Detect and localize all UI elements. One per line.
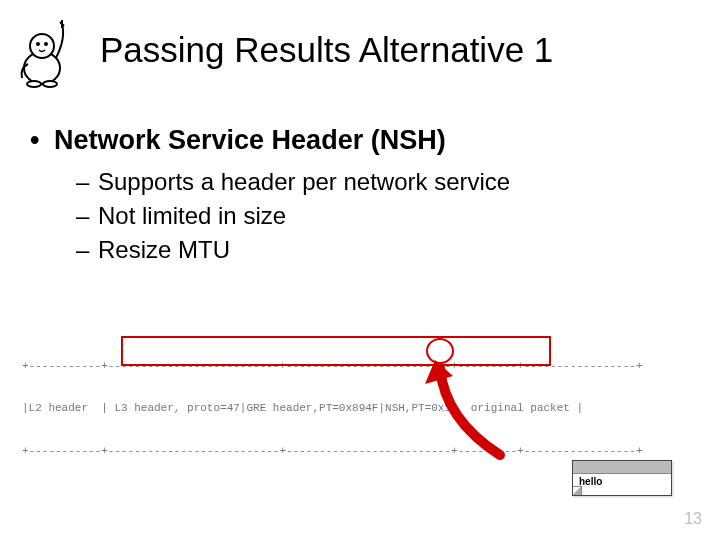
packet-border: +-----------+--------------------------+… <box>22 444 698 458</box>
content-area: Network Service Header (NSH) Supports a … <box>30 125 690 270</box>
svg-point-5 <box>43 81 57 87</box>
bullet-level2: Not limited in size <box>30 202 690 230</box>
svg-point-3 <box>44 42 48 46</box>
bullet-level2: Resize MTU <box>30 236 690 264</box>
note-label: hello <box>579 476 602 487</box>
slide-title: Passing Results Alternative 1 <box>100 30 553 70</box>
arrow-icon <box>425 360 525 470</box>
mascot-icon <box>12 18 72 88</box>
note-card: hello <box>572 460 672 496</box>
packet-row: |L2 header | L3 header, proto=47|GRE hea… <box>22 401 698 415</box>
svg-point-4 <box>27 81 41 87</box>
svg-point-2 <box>36 42 40 46</box>
bullet-level1: Network Service Header (NSH) <box>30 125 690 156</box>
page-number: 13 <box>684 510 702 528</box>
bullet-level2: Supports a header per network service <box>30 168 690 196</box>
svg-point-1 <box>30 34 54 58</box>
